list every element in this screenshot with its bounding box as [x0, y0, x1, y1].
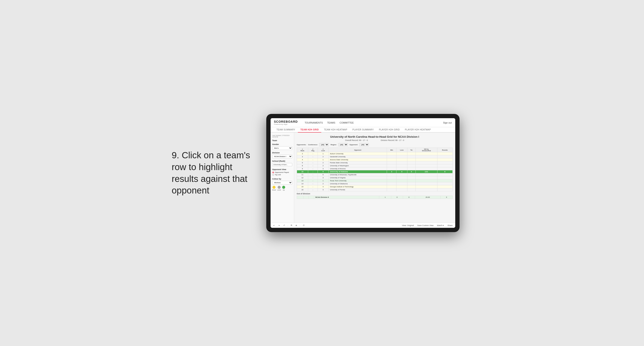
data-cell [437, 185, 452, 188]
radio-opponents-played[interactable]: Opponents Played [272, 171, 292, 173]
table-row[interactable]: 14-2University of Oklahoma [297, 182, 452, 185]
data-cell [396, 176, 407, 179]
redo-btn[interactable]: ↪ [278, 224, 281, 227]
data-cell: 3 [318, 188, 328, 191]
undo-btn[interactable]: ↩ [272, 224, 276, 227]
out-div-loss: 0 [391, 196, 403, 199]
opponent-filter[interactable]: (All) [359, 143, 369, 146]
data-cell [387, 158, 396, 161]
data-cell [416, 161, 437, 164]
paste-btn[interactable]: ⊕ [294, 224, 298, 227]
legend-label-down: Down [272, 189, 276, 191]
data-cell: 9 [297, 167, 308, 170]
data-cell: 3 [318, 176, 328, 179]
division-select[interactable]: NCAA Division I [272, 155, 292, 158]
nav-teams[interactable]: TEAMS [327, 121, 335, 125]
table-row[interactable]: 4-1Arizona State University [297, 158, 452, 161]
radio-top100[interactable]: Top 100 [272, 174, 292, 176]
tab-team-h2h-heatmap[interactable]: TEAM H2H HEATMAP [321, 127, 350, 133]
table-row[interactable]: 3-2Vanderbilt University [297, 155, 452, 158]
view-btn[interactable]: View: Original [401, 224, 415, 227]
data-cell [416, 182, 437, 185]
data-cell [416, 167, 437, 170]
school-value[interactable]: University of Nort... [272, 163, 292, 166]
data-cell [407, 155, 416, 158]
nav-committee[interactable]: COMMITTEE [340, 121, 354, 125]
out-division-row[interactable]: NCAA Division II 1 0 0 26.00 3 [297, 196, 452, 199]
col-loss: Loss [396, 148, 407, 152]
table-row[interactable]: 8-2University of Washington [297, 164, 452, 167]
copy-btn[interactable]: ⧉ [290, 224, 293, 227]
table-row[interactable]: 2-1Auburn University [297, 152, 452, 155]
tab-team-h2h-grid[interactable]: TEAM H2H GRID [298, 127, 321, 133]
save-btn[interactable]: Save Custom View [416, 224, 434, 227]
colour-by-select[interactable]: Win/loss [272, 181, 292, 184]
clock-btn[interactable]: ⏱ [302, 224, 306, 227]
conference-filter[interactable]: (All) [319, 143, 329, 146]
sign-out-link[interactable]: Sign out [443, 121, 452, 124]
data-cell [396, 167, 407, 170]
out-div-diff: 26.00 [415, 196, 441, 199]
legend-label-level: Level [277, 189, 281, 191]
table-row[interactable]: 12-3University of Virginia [297, 176, 452, 179]
nav-links: TOURNAMENTS TEAMS COMMITTEE [305, 121, 438, 125]
opponent-label: Opponent [350, 144, 358, 146]
table-row[interactable]: 10-5University of Alabama3002.618 [297, 170, 452, 173]
legend-down: Down [272, 186, 276, 191]
gender-label: Gender [272, 143, 292, 145]
data-cell: - [308, 176, 318, 179]
opponent-cell: Auburn University [328, 152, 387, 155]
col-rounds: Rounds [437, 148, 452, 152]
share-btn[interactable]: Share [446, 224, 453, 227]
out-division-table: NCAA Division II 1 0 0 26.00 3 [297, 196, 453, 199]
data-cell: - [308, 155, 318, 158]
opponent-view-label: Opponent View [272, 168, 292, 171]
data-cell [387, 179, 396, 182]
data-cell: - [308, 185, 318, 188]
division-label: Division [272, 152, 292, 154]
sidebar: Last Updated: 27/03/2024 16:55:38 Team G… [270, 133, 294, 223]
data-cell: 4 [318, 185, 328, 188]
tab-team-summary[interactable]: TEAM SUMMARY [274, 127, 298, 133]
data-cell [437, 167, 452, 170]
back-btn[interactable]: ↶ [282, 224, 286, 227]
region-filter[interactable]: (All) [338, 143, 348, 146]
opponent-cell: University of Arizona [328, 167, 387, 170]
table-row[interactable]: 9-3University of Arizona [297, 167, 452, 170]
watch-btn[interactable]: Watch ▾ [436, 224, 445, 227]
nav-tournaments[interactable]: TOURNAMENTS [305, 121, 323, 125]
data-cell: 2.61 [416, 170, 437, 173]
opponent-cell: Georgia Institute of Technology [328, 185, 387, 188]
legend: Down Level Up [272, 186, 292, 191]
tab-player-h2h-heatmap[interactable]: PLAYER H2H HEATMAP [402, 127, 434, 133]
data-cell [387, 161, 396, 164]
data-cell: 8 [297, 164, 308, 167]
table-row[interactable]: 11-6University of Arkansas, Fayetteville [297, 173, 452, 176]
radio-label-top100: Top 100 [275, 174, 281, 176]
data-cell [396, 155, 407, 158]
grid-title: University of North Carolina Head-to-Hea… [297, 135, 453, 138]
table-row[interactable]: 16-3University of Florida [297, 188, 452, 191]
data-cell: 8 [437, 170, 452, 173]
data-cell [387, 167, 396, 170]
tab-player-h2h-grid[interactable]: PLAYER H2H GRID [376, 127, 402, 133]
gender-select[interactable]: Men's [272, 146, 292, 150]
col-rank: #Rank [297, 148, 308, 152]
legend-level: Level [277, 186, 281, 191]
table-row[interactable]: 15-4Georgia Institute of Technology [297, 185, 452, 188]
data-cell [407, 152, 416, 155]
table-row[interactable]: 6-2Florida State University [297, 161, 452, 164]
data-cell [416, 185, 437, 188]
opponent-cell: University of Arkansas, Fayetteville [328, 173, 387, 176]
table-row[interactable]: 13-1Texas Tech University [297, 179, 452, 182]
out-div-reg [303, 196, 308, 199]
division-record-value: 88 - 17 - 0 [395, 139, 404, 141]
data-cell: 2 [318, 182, 328, 185]
data-cell [416, 176, 437, 179]
opponent-cell: University of Florida [328, 188, 387, 191]
data-cell [407, 179, 416, 182]
tab-player-summary[interactable]: PLAYER SUMMARY [350, 127, 376, 133]
data-cell: 1 [318, 158, 328, 161]
data-cell: 13 [297, 179, 308, 182]
opponent-cell: University of Alabama [328, 170, 387, 173]
